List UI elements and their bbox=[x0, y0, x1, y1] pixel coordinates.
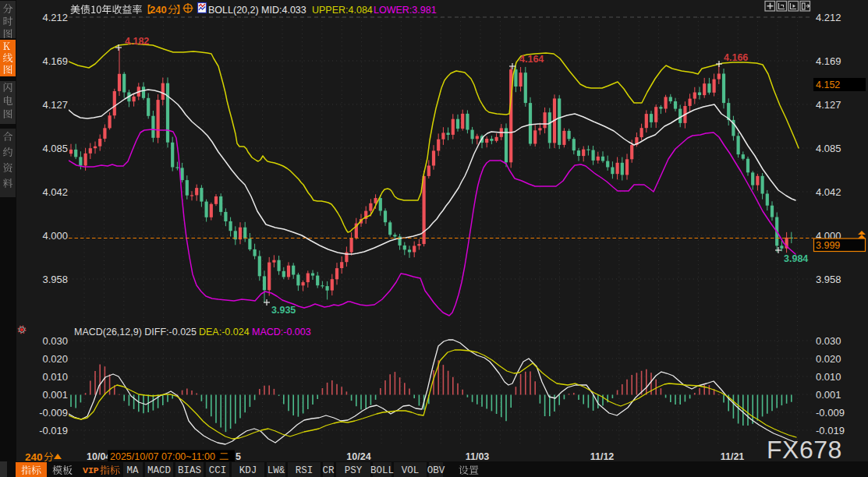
svg-text:MACD:-0.003: MACD:-0.003 bbox=[252, 327, 311, 337]
svg-text:11/21: 11/21 bbox=[721, 451, 745, 462]
svg-text:-0.019: -0.019 bbox=[39, 425, 68, 436]
svg-text:MA: MA bbox=[126, 465, 139, 476]
svg-text:4.164: 4.164 bbox=[519, 54, 544, 65]
svg-text:4.085: 4.085 bbox=[42, 143, 68, 154]
svg-text:11/03: 11/03 bbox=[466, 451, 490, 462]
svg-text:UPPER:4.084: UPPER:4.084 bbox=[312, 5, 373, 16]
svg-text:0.020: 0.020 bbox=[816, 353, 841, 365]
svg-text:3.984: 3.984 bbox=[784, 253, 808, 264]
svg-text:0.030: 0.030 bbox=[816, 335, 841, 347]
svg-text:RSI: RSI bbox=[296, 465, 314, 476]
svg-text:11/12: 11/12 bbox=[590, 451, 615, 462]
svg-text:-0.009: -0.009 bbox=[816, 407, 845, 419]
svg-text:240: 240 bbox=[25, 451, 43, 463]
svg-text:3.935: 3.935 bbox=[271, 305, 296, 316]
svg-text:0.001: 0.001 bbox=[42, 389, 68, 401]
svg-text:10/24: 10/24 bbox=[346, 451, 370, 462]
svg-text:CR: CR bbox=[322, 465, 335, 476]
svg-text:0.001: 0.001 bbox=[816, 389, 841, 401]
svg-text:4.152: 4.152 bbox=[816, 80, 840, 90]
svg-text:4.042: 4.042 bbox=[42, 186, 68, 198]
svg-text:4.042: 4.042 bbox=[816, 186, 841, 198]
svg-text:PSY: PSY bbox=[345, 465, 363, 476]
svg-text:10/04: 10/04 bbox=[87, 451, 111, 462]
svg-text:4.000: 4.000 bbox=[42, 230, 68, 242]
svg-text:-0.009: -0.009 bbox=[39, 407, 68, 419]
svg-text:4.127: 4.127 bbox=[816, 99, 841, 111]
svg-text:-0.019: -0.019 bbox=[816, 425, 845, 436]
svg-text:4.127: 4.127 bbox=[42, 99, 68, 111]
svg-text:BIAS: BIAS bbox=[178, 465, 201, 476]
svg-text:2025/10/07 07:00~11:00: 2025/10/07 07:00~11:00 bbox=[110, 451, 215, 462]
svg-text:MACD(26,12,9) DIFF:-0.025: MACD(26,12,9) DIFF:-0.025 bbox=[74, 327, 197, 337]
svg-text:3.999: 3.999 bbox=[816, 240, 840, 251]
svg-text:4.212: 4.212 bbox=[42, 12, 68, 23]
svg-text:4.212: 4.212 bbox=[816, 12, 841, 23]
svg-text:4.169: 4.169 bbox=[816, 55, 841, 67]
svg-text:0.020: 0.020 bbox=[42, 353, 68, 365]
svg-text:VIP: VIP bbox=[83, 465, 99, 475]
svg-text:OBV: OBV bbox=[427, 465, 445, 476]
svg-text:4.169: 4.169 bbox=[42, 55, 68, 67]
svg-text:FX678: FX678 bbox=[767, 436, 842, 464]
svg-text:KDJ: KDJ bbox=[239, 465, 257, 476]
svg-text:MACD: MACD bbox=[147, 465, 171, 476]
svg-text:4.182: 4.182 bbox=[125, 36, 149, 47]
svg-text:0.010: 0.010 bbox=[42, 371, 68, 383]
svg-text:5: 5 bbox=[236, 451, 241, 462]
svg-text:240: 240 bbox=[150, 4, 167, 16]
svg-text:LW&: LW& bbox=[267, 465, 285, 476]
svg-text:DEA:-0.024: DEA:-0.024 bbox=[199, 327, 250, 337]
svg-text:BOLL(20,2) MID:4.033: BOLL(20,2) MID:4.033 bbox=[208, 5, 306, 16]
svg-text:BOLL: BOLL bbox=[370, 465, 394, 476]
svg-text:4.166: 4.166 bbox=[724, 52, 748, 63]
svg-text:0.030: 0.030 bbox=[42, 335, 68, 347]
svg-text:VOL: VOL bbox=[402, 465, 420, 476]
svg-text:3.958: 3.958 bbox=[42, 274, 68, 285]
svg-text:CCI: CCI bbox=[209, 465, 227, 476]
svg-text:0.010: 0.010 bbox=[816, 371, 841, 383]
svg-text:4.085: 4.085 bbox=[816, 143, 841, 154]
svg-text:LOWER:3.981: LOWER:3.981 bbox=[374, 5, 437, 16]
svg-text:3.958: 3.958 bbox=[816, 274, 841, 285]
